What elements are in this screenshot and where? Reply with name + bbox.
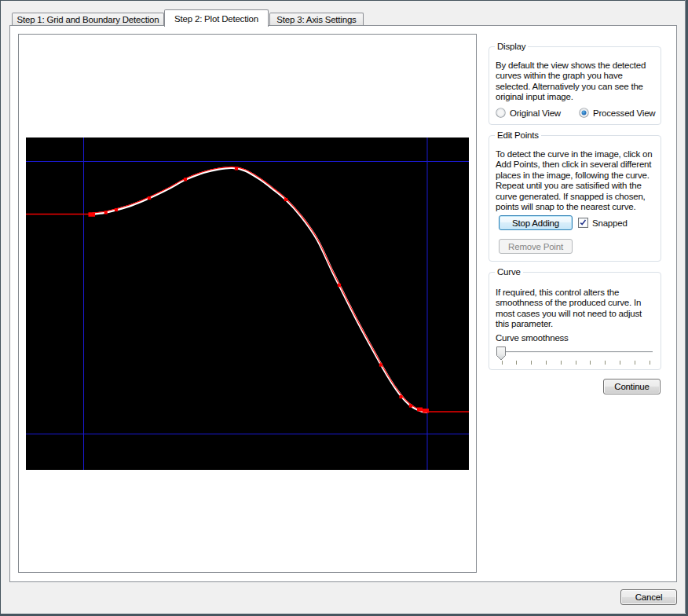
slider-tick [531, 361, 532, 365]
snapped-checkbox[interactable]: Snapped [578, 218, 628, 228]
processed-view-radio[interactable]: Processed View [579, 108, 655, 118]
radio-selected-icon [579, 108, 589, 118]
window-border-left [0, 0, 1, 616]
plot-detection-wizard-window: Step 1: Grid and Boundary Detection Step… [0, 0, 688, 616]
curve-smoothness-slider-track[interactable] [497, 351, 653, 353]
slider-thumb-icon [496, 346, 506, 361]
continue-label: Continue [614, 382, 649, 391]
slider-tick [516, 361, 517, 365]
slider-tick [605, 361, 606, 365]
slider-tick [576, 361, 576, 365]
edit-points-group: Edit Points To detect the curve in the i… [489, 135, 661, 262]
tab-step3-axis-settings[interactable]: Step 3: Axis Settings [269, 13, 364, 25]
curve-smoothness-slider-thumb[interactable] [496, 346, 506, 362]
radio-unselected-icon [496, 108, 506, 118]
slider-tick [561, 361, 562, 365]
slider-tick-marks [489, 361, 662, 365]
tab-step2-plot-detection[interactable]: Step 2: Plot Detection [164, 9, 269, 27]
display-group-title: Display [495, 42, 528, 52]
curve-group-description: If required, this control alters the smo… [496, 288, 642, 330]
original-view-radio[interactable]: Original View [496, 108, 561, 118]
slider-tick [635, 361, 635, 365]
detected-curve-canvas [26, 138, 469, 470]
slider-tick [546, 361, 547, 365]
continue-button[interactable]: Continue [603, 379, 661, 394]
curve-group: Curve If required, this control alters t… [489, 272, 661, 370]
edit-points-group-title: Edit Points [495, 130, 541, 141]
remove-point-label: Remove Point [508, 242, 563, 251]
cancel-label: Cancel [635, 592, 663, 602]
window-border-top [0, 0, 688, 1]
edit-points-group-description: To detect the curve in the image, click … [496, 149, 652, 212]
tab-step3-label: Step 3: Axis Settings [276, 15, 356, 24]
processed-view-label: Processed View [593, 108, 655, 118]
stop-adding-button[interactable]: Stop Adding [499, 215, 573, 230]
tab-step1-grid-boundary[interactable]: Step 1: Grid and Boundary Detection [12, 13, 164, 25]
checkbox-checked-icon [578, 218, 588, 228]
slider-tick [620, 361, 620, 365]
display-group: Display By default the view shows the de… [489, 46, 661, 125]
tab-step1-label: Step 1: Grid and Boundary Detection [17, 15, 159, 24]
slider-tick [650, 361, 650, 365]
cancel-button[interactable]: Cancel [620, 589, 677, 605]
tab-step2-label: Step 2: Plot Detection [174, 14, 258, 24]
slider-tick [590, 361, 591, 365]
remove-point-button[interactable]: Remove Point [499, 239, 573, 254]
processed-plot-image[interactable] [26, 138, 469, 470]
original-view-label: Original View [510, 108, 561, 118]
stop-adding-label: Stop Adding [512, 218, 559, 228]
curve-smoothness-label: Curve smoothness [496, 333, 569, 343]
curve-group-title: Curve [495, 267, 523, 277]
display-group-description: By default the view shows the detected c… [496, 60, 646, 103]
snapped-label: Snapped [592, 218, 628, 228]
